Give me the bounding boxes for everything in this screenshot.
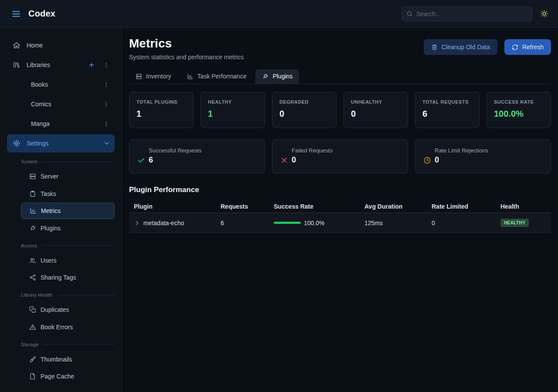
column-header-rate-limited: Rate Limited: [432, 203, 500, 210]
share-icon: [29, 274, 36, 281]
stat-value: 0: [279, 109, 329, 119]
tab-inventory[interactable]: Inventory: [129, 69, 178, 84]
card-rate-limit-rejections: Rate Limit Rejections 0: [415, 139, 551, 173]
sidebar-item-book-errors[interactable]: Book Errors: [21, 319, 115, 335]
refresh-button[interactable]: Refresh: [504, 39, 551, 55]
trash-icon: [431, 44, 438, 51]
users-icon: [29, 257, 36, 264]
card-failed-requests: Failed Requests 0: [272, 139, 408, 173]
clipboard-icon: [29, 190, 36, 197]
chevron-down-icon: [103, 140, 110, 147]
stat-value: 0: [351, 109, 401, 119]
column-header-requests: Requests: [221, 203, 274, 210]
sidebar-item-page-cache[interactable]: Page Cache: [21, 368, 115, 385]
stat-label: TOTAL PLUGINS: [136, 99, 186, 105]
sidebar-item-home[interactable]: Home: [7, 36, 115, 54]
stat-card-total-plugins: TOTAL PLUGINS 1: [129, 92, 194, 128]
sidebar-item-comics[interactable]: Comics: [7, 95, 115, 113]
copy-icon: [29, 306, 36, 313]
sidebar-item-books[interactable]: Books: [7, 75, 115, 94]
brush-icon: [29, 356, 36, 363]
page-title: Metrics: [129, 36, 244, 51]
clock-icon: [423, 156, 431, 164]
search-icon: [406, 10, 413, 17]
stat-value: 100.0%: [494, 109, 544, 119]
tab-task-performance[interactable]: Task Performance: [180, 69, 253, 84]
search-box[interactable]: [401, 7, 532, 21]
sidebar: Home Libraries Books Comics Manga Settin: [0, 28, 122, 392]
bar-chart-icon: [187, 73, 194, 80]
server-icon: [136, 73, 142, 80]
stat-value: 1: [136, 109, 186, 119]
plugin-performance-title: Plugin Performance: [129, 186, 551, 194]
row-expand-chevron-icon[interactable]: [134, 220, 140, 226]
sidebar-item-manga[interactable]: Manga: [7, 115, 115, 133]
plugin-performance-table: Plugin Requests Success Rate Avg Duratio…: [129, 200, 551, 233]
success-rate-bar: [274, 222, 301, 224]
cell-avg-duration: 125ms: [364, 220, 432, 226]
stat-cards: TOTAL PLUGINS 1 HEALTHY 1 DEGRADED 0 UNH…: [129, 92, 551, 128]
stat-card-healthy: HEALTHY 1: [201, 92, 265, 128]
server-icon: [29, 173, 36, 180]
comics-menu-kebab-icon[interactable]: [102, 100, 110, 108]
sidebar-item-label: Duplicates: [41, 306, 69, 313]
tab-plugins[interactable]: Plugins: [255, 69, 299, 84]
stat-card-degraded: DEGRADED 0: [272, 92, 337, 128]
sidebar-item-label: Page Cache: [41, 373, 74, 380]
manga-menu-kebab-icon[interactable]: [102, 120, 110, 128]
warning-triangle-icon: [29, 324, 36, 331]
sidebar-section-system: System: [21, 157, 115, 166]
sidebar-item-label: Home: [27, 42, 43, 49]
stat-label: SUCCESS RATE: [494, 99, 544, 105]
cell-requests: 6: [221, 220, 274, 226]
column-header-health: Health: [500, 203, 551, 210]
card-value: 0: [292, 155, 296, 165]
sidebar-item-label: Book Errors: [41, 324, 73, 331]
plugin-name: metadata-echo: [143, 220, 184, 226]
table-header-row: Plugin Requests Success Rate Avg Duratio…: [129, 200, 551, 213]
table-row[interactable]: metadata-echo 6 100.0% 125ms 0 HEALTHY: [129, 213, 551, 233]
books-menu-kebab-icon[interactable]: [102, 81, 110, 89]
sidebar-item-tasks[interactable]: Tasks: [21, 186, 115, 202]
add-library-button[interactable]: [87, 61, 96, 69]
sidebar-item-server[interactable]: Server: [21, 168, 115, 185]
sidebar-item-label: Sharing Tags: [41, 274, 76, 281]
cell-rate-limited: 0: [432, 220, 500, 226]
card-value: 0: [435, 155, 439, 165]
sidebar-item-label: Manga: [31, 120, 50, 127]
sidebar-item-label: Settings: [27, 140, 49, 147]
success-rate-value: 100.0%: [304, 220, 324, 226]
card-label: Rate Limit Rejections: [435, 147, 543, 154]
sidebar-section-storage: Storage: [21, 340, 115, 349]
plug-icon: [29, 225, 36, 232]
file-icon: [29, 373, 36, 380]
check-icon: [137, 156, 145, 164]
sidebar-item-libraries[interactable]: Libraries: [7, 56, 115, 74]
sidebar-item-users[interactable]: Users: [21, 252, 115, 269]
sidebar-item-settings[interactable]: Settings: [7, 134, 115, 152]
plug-icon: [262, 73, 269, 80]
sidebar-item-metrics[interactable]: Metrics: [21, 203, 115, 219]
sidebar-item-label: Plugins: [41, 225, 61, 232]
sidebar-item-duplicates[interactable]: Duplicates: [21, 301, 115, 318]
sidebar-item-label: Users: [41, 257, 57, 264]
libraries-menu-kebab-icon[interactable]: [102, 61, 110, 69]
refresh-icon: [512, 44, 518, 51]
sidebar-item-thumbnails[interactable]: Thumbnails: [21, 351, 115, 368]
stat-value: 1: [208, 109, 258, 119]
search-input[interactable]: [416, 10, 527, 17]
top-header: Codex: [0, 0, 558, 28]
metrics-tabs: Inventory Task Performance Plugins: [129, 69, 551, 84]
sidebar-item-plugins[interactable]: Plugins: [21, 220, 115, 237]
sidebar-section-library-health: Library Health: [21, 290, 115, 300]
app-title: Codex: [28, 9, 55, 19]
column-header-plugin: Plugin: [134, 203, 221, 210]
theme-toggle-sun-icon[interactable]: [538, 8, 550, 20]
card-label: Successful Requests: [149, 147, 257, 154]
cleanup-old-data-button[interactable]: Cleanup Old Data: [424, 39, 497, 55]
x-icon: [280, 156, 288, 164]
card-label: Failed Requests: [292, 147, 400, 154]
menu-icon[interactable]: [10, 7, 23, 20]
sidebar-item-sharing-tags[interactable]: Sharing Tags: [21, 269, 115, 286]
stat-label: DEGRADED: [279, 99, 329, 105]
